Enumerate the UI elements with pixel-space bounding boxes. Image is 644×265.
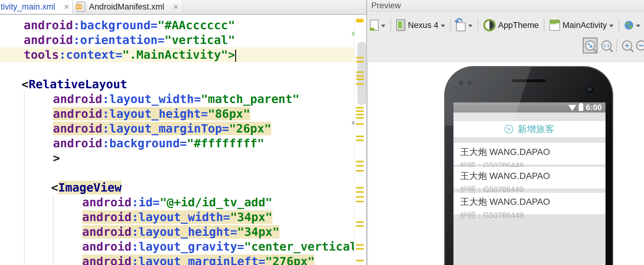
error-stripe-mark [356, 260, 364, 261]
editor-tab-bar: tivity_main.xml × AndroidManifest.xml × [0, 0, 366, 15]
error-stripe-mark [356, 57, 364, 58]
zoom-in-button[interactable]: + [622, 40, 632, 51]
error-stripe-mark [356, 196, 364, 198]
chevron-down-icon [636, 25, 640, 27]
speaker-grille [512, 79, 546, 82]
activity-icon [549, 22, 560, 31]
device-icon [396, 19, 405, 31]
code-line[interactable]: android:background="#AAcccccc" [0, 18, 354, 33]
locale-selector[interactable] [624, 21, 640, 30]
indent-guide [24, 92, 25, 265]
code-line[interactable]: android:background="#ffffffff" [0, 136, 354, 151]
indent-guide [53, 195, 54, 265]
error-stripe-mark [352, 32, 355, 36]
code-line[interactable]: > [0, 151, 354, 165]
error-stripe-mark [356, 117, 364, 119]
device-mockup: 6:00 + 新增旅客 王大炮 WANG.DAPAO护照：G50786449王大… [444, 66, 613, 265]
text-caret [235, 49, 236, 62]
close-icon[interactable]: × [173, 2, 179, 11]
tab-activity-main-xml[interactable]: tivity_main.xml × [0, 0, 73, 14]
one-to-one-label: 1:1 [602, 42, 610, 49]
minus-icon: − [637, 42, 644, 49]
error-stripe-mark [356, 114, 364, 115]
close-icon[interactable]: × [64, 2, 69, 11]
add-passenger-label: 新增旅客 [517, 123, 554, 136]
error-stripe-mark [356, 107, 364, 109]
rotate-device-icon [456, 22, 466, 31]
tab-label: tivity_main.xml [1, 2, 55, 12]
error-stripe-mark [356, 140, 364, 141]
code-line[interactable]: android:orientation="vertical" [0, 33, 354, 47]
error-stripe-mark [356, 78, 364, 80]
passenger-passport: 护照：G50786449 [460, 210, 606, 220]
passenger-list-item: 王大炮 WANG.DAPAO护照：G50786449 [453, 143, 606, 164]
xml-file-icon [77, 2, 85, 12]
render-config-button[interactable] [370, 20, 385, 31]
error-stripe-mark [356, 244, 364, 246]
code-line[interactable]: android:layout_width="match_parent" [0, 92, 354, 106]
wifi-icon [568, 105, 576, 111]
error-stripe-mark [356, 221, 364, 223]
chevron-down-icon [441, 25, 445, 27]
orientation-selector[interactable] [456, 19, 473, 31]
passenger-name: 王大炮 WANG.DAPAO [460, 193, 606, 208]
zoom-to-fit-button[interactable] [583, 38, 598, 53]
toolbar-separator [618, 19, 619, 31]
error-stripe-mark [356, 123, 364, 125]
passenger-name: 王大炮 WANG.DAPAO [460, 143, 606, 158]
passenger-list-item: 王大炮 WANG.DAPAO护照：G50786449 [453, 167, 606, 188]
device-screen: 6:00 + 新增旅客 王大炮 WANG.DAPAO护照：G50786449王大… [453, 102, 606, 265]
error-stripe-mark [352, 121, 355, 125]
theme-icon [483, 19, 496, 31]
code-line[interactable]: <ImageView [0, 180, 354, 195]
passenger-list-item: 王大炮 WANG.DAPAO护照：G50786449 [453, 193, 606, 214]
error-stripe-mark [356, 165, 364, 167]
theme-label: AppTheme [498, 21, 539, 30]
chevron-down-icon [468, 25, 473, 27]
error-stripe-mark [356, 71, 364, 73]
device-selector[interactable]: Nexus 4 [396, 19, 445, 31]
error-stripe-mark [356, 170, 364, 172]
front-camera [586, 86, 593, 93]
error-stripe-mark [356, 19, 364, 22]
sensor-dot [459, 81, 464, 85]
preview-toolbar: Nexus 4 AppTheme MainActivity [370, 17, 644, 33]
code-line[interactable] [0, 165, 354, 180]
toolbar-separator [544, 19, 545, 31]
error-stripe-mark [356, 225, 364, 227]
status-bar: 6:00 [453, 102, 606, 113]
code-line[interactable]: android:layout_height="86px" [0, 106, 354, 121]
code-line[interactable]: <RelativeLayout [0, 77, 354, 92]
error-stripe-mark [356, 191, 364, 193]
battery-icon [579, 104, 583, 111]
zoom-out-button[interactable]: − [636, 40, 644, 51]
layout-config-icon [370, 20, 379, 31]
status-time: 6:00 [586, 103, 602, 112]
code-editor[interactable]: android:background="#AAcccccc"android:or… [0, 15, 354, 265]
add-passenger-button: + 新增旅客 [453, 121, 606, 137]
theme-selector[interactable]: AppTheme [483, 19, 539, 31]
activity-selector[interactable]: MainActivity [549, 20, 614, 31]
error-stripe-mark [356, 75, 364, 77]
passenger-name: 王大炮 WANG.DAPAO [460, 167, 606, 182]
tab-android-manifest-xml[interactable]: AndroidManifest.xml × [73, 0, 183, 14]
code-line[interactable]: tools:context=".MainActivity"> [0, 47, 354, 62]
toolbar-separator [450, 19, 451, 31]
preview-panel-header: Preview [367, 0, 644, 11]
error-stripe-mark [356, 248, 364, 250]
chevron-down-icon [609, 25, 614, 27]
error-stripe-mark [356, 187, 364, 188]
plus-circle-icon: + [505, 125, 513, 133]
activity-label: MainActivity [562, 21, 607, 30]
device-label: Nexus 4 [408, 21, 438, 30]
scrollbar-thumb[interactable] [358, 42, 366, 105]
toolbar-separator [477, 19, 478, 31]
plus-icon: + [623, 42, 631, 49]
zoom-actual-size-button[interactable]: 1:1 [601, 40, 612, 51]
error-stripe-mark [356, 201, 364, 202]
code-line[interactable]: android:layout_marginTop="26px" [0, 121, 354, 136]
toolbar-separator [616, 39, 617, 52]
ide-window: tivity_main.xml × AndroidManifest.xml × … [0, 0, 644, 265]
code-line[interactable] [0, 62, 354, 77]
preview-title: Preview [371, 1, 401, 10]
